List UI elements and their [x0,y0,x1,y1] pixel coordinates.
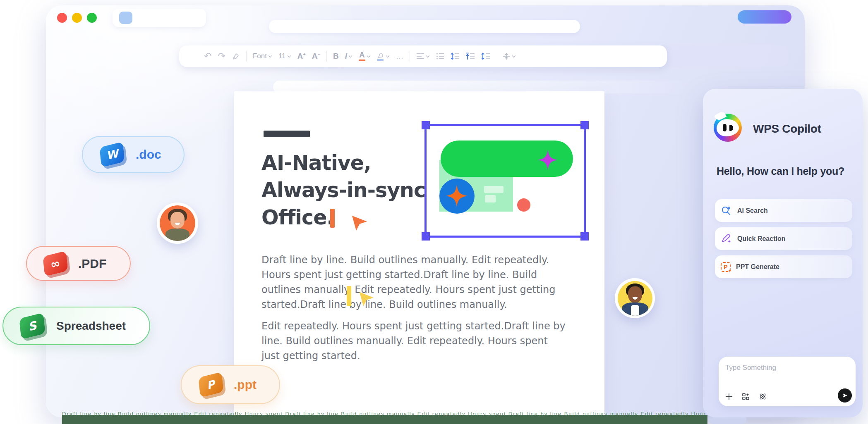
selection-handle-top-left[interactable] [422,121,430,129]
add-attachment-icon[interactable] [725,393,733,400]
heading-kicker-bar [264,131,310,137]
copilot-action-quick-reaction[interactable]: Quick Reaction [715,227,852,250]
magenta-sparkle-icon [537,150,558,170]
collaborator-avatar-1 [157,202,198,244]
document-paragraph-1: Draft line by line. Build outlines manua… [261,252,568,312]
increase-font-size-button[interactable]: A+ [297,52,306,61]
atom-model-icon[interactable] [759,393,767,400]
doc-file-badge: W .doc [82,136,185,173]
spreadsheet-badge-label: Spreadsheet [56,319,126,333]
copilot-action-ppt-generate[interactable]: P PPT Generate [715,255,852,278]
collaborator-cursor-orange-icon [350,214,368,231]
toolbar-divider [246,51,247,62]
spreadsheet-file-icon: S [19,312,45,339]
pdf-badge-label: .PDF [78,257,106,271]
selection-handle-bottom-right[interactable] [580,232,589,241]
account-gradient-button[interactable] [738,10,791,24]
copilot-greeting: Hello, How can I help you? [717,165,844,177]
collaborator-avatar-2 [615,278,655,318]
paragraph-spacing-icon[interactable] [466,52,475,60]
font-size-dropdown[interactable]: 11 [278,52,291,60]
align-dropdown[interactable] [416,53,430,60]
quick-reaction-icon [721,233,732,244]
copilot-input-card [719,357,856,406]
page: ↶ ↷ Font 11 A+ A− B I [0,0,868,424]
document-tab-icon [119,12,132,24]
text-cursor-yellow [347,286,351,306]
orange-sparkle-icon [446,185,468,207]
decrease-font-size-button[interactable]: A− [312,52,320,61]
line-height-icon[interactable] [481,52,490,60]
document-tab[interactable] [113,9,206,27]
spreadsheet-file-badge: S Spreadsheet [2,307,150,345]
bold-button[interactable]: B [333,52,339,61]
ppt-file-badge: P .ppt [181,365,280,404]
send-button[interactable] [838,388,852,403]
copilot-panel: WPS Copilot Hello, How can I help you? A… [703,89,863,417]
placeholder-bar-2 [485,195,496,202]
line-spacing-increase-icon[interactable] [451,52,460,60]
copilot-title: WPS Copilot [753,122,821,136]
highlight-color-dropdown[interactable] [377,52,390,61]
placeholder-bar-1 [484,186,504,193]
more-options-button[interactable]: … [396,52,403,60]
document-paragraph-2: Edit repeatedly. Hours spent just gettin… [261,319,568,363]
collaborator-cursor-yellow-icon [358,291,374,307]
selection-handle-bottom-left[interactable] [422,232,430,241]
clipped-spreadsheet-bar [62,415,707,424]
ppt-file-icon: P [198,372,223,398]
selected-image-object[interactable] [424,124,586,238]
title-search-bar[interactable] [269,20,580,33]
toolbar-divider [326,51,327,62]
coral-dot-shape [517,198,530,212]
ppt-generate-icon: P [721,262,731,272]
doc-badge-label: .doc [136,148,161,162]
copilot-text-input[interactable] [725,362,845,374]
clipped-window-edge [708,417,746,424]
formatting-toolbar: ↶ ↷ Font 11 A+ A− B I [179,45,667,67]
ai-search-icon [721,205,732,216]
copilot-logo-icon [714,114,742,142]
ppt-badge-label: .ppt [234,378,257,392]
copilot-action-ai-search[interactable]: AI Search [715,199,852,222]
toolbar-divider [410,51,410,62]
selection-handle-top-right[interactable] [580,121,589,129]
bullet-list-icon[interactable] [436,53,444,60]
format-painter-icon[interactable] [232,52,240,60]
font-family-dropdown[interactable]: Font [253,52,272,60]
pdf-file-badge: ∞ .PDF [26,246,131,281]
font-color-dropdown[interactable]: A [359,51,371,61]
text-cursor-orange [330,209,335,228]
minimize-button[interactable] [72,13,82,23]
zoom-button[interactable] [87,13,97,23]
apps-sparkle-icon[interactable] [742,393,750,400]
doc-file-icon: W [99,142,125,167]
redo-icon[interactable]: ↷ [218,52,225,61]
main-window: ↶ ↷ Font 11 A+ A− B I [46,5,805,417]
vertical-align-dropdown[interactable] [502,52,516,60]
italic-dropdown[interactable]: I [345,52,352,61]
pdf-file-icon: ∞ [43,250,68,276]
undo-icon[interactable]: ↶ [204,52,211,61]
close-button[interactable] [57,13,67,23]
